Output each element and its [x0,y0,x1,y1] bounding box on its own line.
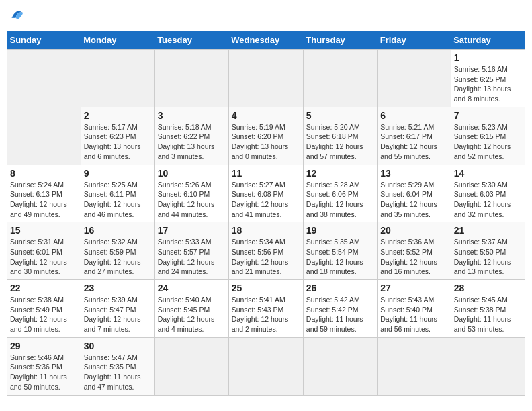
day-number: 1 [454,52,522,63]
day-number: 15 [10,225,78,236]
calendar-cell [378,337,451,395]
day-number: 21 [454,225,522,236]
day-info: Sunrise: 5:27 AMSunset: 6:08 PMDaylight:… [232,180,300,220]
calendar-cell [154,337,228,395]
day-info: Sunrise: 5:25 AMSunset: 6:11 PMDaylight:… [84,180,152,220]
day-number: 7 [454,110,522,121]
calendar-cell [303,50,377,107]
day-info: Sunrise: 5:20 AMSunset: 6:18 PMDaylight:… [306,122,374,162]
calendar-week-row: 15Sunrise: 5:31 AMSunset: 6:01 PMDayligh… [7,222,525,280]
logo-icon [7,7,26,26]
day-number: 8 [10,168,78,179]
calendar-cell: 4Sunrise: 5:19 AMSunset: 6:20 PMDaylight… [228,107,303,165]
day-number: 3 [158,110,226,121]
calendar-cell [7,107,81,165]
day-info: Sunrise: 5:33 AMSunset: 5:57 PMDaylight:… [158,237,226,277]
day-info: Sunrise: 5:34 AMSunset: 5:56 PMDaylight:… [232,237,300,277]
calendar-cell: 28Sunrise: 5:45 AMSunset: 5:38 PMDayligh… [451,280,525,338]
day-number: 27 [380,283,447,293]
day-info: Sunrise: 5:21 AMSunset: 6:17 PMDaylight:… [380,122,447,162]
day-number: 22 [10,283,78,293]
calendar-cell: 21Sunrise: 5:37 AMSunset: 5:50 PMDayligh… [451,222,525,280]
day-info: Sunrise: 5:17 AMSunset: 6:23 PMDaylight:… [84,122,152,162]
calendar-cell [154,50,228,107]
day-info: Sunrise: 5:38 AMSunset: 5:49 PMDaylight:… [10,295,78,334]
calendar-cell: 9Sunrise: 5:25 AMSunset: 6:11 PMDaylight… [81,165,154,222]
calendar-cell [7,50,81,107]
day-number: 4 [232,110,300,121]
day-of-week-header: Saturday [451,31,525,50]
calendar-cell: 10Sunrise: 5:26 AMSunset: 6:10 PMDayligh… [154,165,228,222]
day-info: Sunrise: 5:35 AMSunset: 5:54 PMDaylight:… [306,237,374,277]
calendar-cell: 1Sunrise: 5:16 AMSunset: 6:25 PMDaylight… [451,50,525,107]
calendar-week-row: 1Sunrise: 5:16 AMSunset: 6:25 PMDaylight… [7,50,525,107]
calendar-cell: 15Sunrise: 5:31 AMSunset: 6:01 PMDayligh… [7,222,81,280]
day-of-week-header: Monday [81,31,154,50]
day-number: 5 [306,110,374,121]
logo [7,7,28,26]
day-info: Sunrise: 5:16 AMSunset: 6:25 PMDaylight:… [454,64,522,104]
day-info: Sunrise: 5:42 AMSunset: 5:42 PMDaylight:… [306,295,374,334]
day-info: Sunrise: 5:24 AMSunset: 6:13 PMDaylight:… [10,180,78,220]
day-number: 19 [306,225,374,236]
day-number: 10 [158,168,226,179]
day-info: Sunrise: 5:26 AMSunset: 6:10 PMDaylight:… [158,180,226,220]
day-number: 2 [84,110,152,121]
day-info: Sunrise: 5:40 AMSunset: 5:45 PMDaylight:… [158,295,226,334]
calendar-cell: 18Sunrise: 5:34 AMSunset: 5:56 PMDayligh… [228,222,303,280]
day-info: Sunrise: 5:36 AMSunset: 5:52 PMDaylight:… [380,237,447,277]
calendar-cell [451,337,525,395]
calendar-cell [228,50,303,107]
day-info: Sunrise: 5:43 AMSunset: 5:40 PMDaylight:… [380,295,447,334]
day-info: Sunrise: 5:46 AMSunset: 5:36 PMDaylight:… [10,353,78,392]
calendar-cell: 24Sunrise: 5:40 AMSunset: 5:45 PMDayligh… [154,280,228,338]
calendar-cell: 16Sunrise: 5:32 AMSunset: 5:59 PMDayligh… [81,222,154,280]
calendar-week-row: 8Sunrise: 5:24 AMSunset: 6:13 PMDaylight… [7,165,525,222]
calendar-cell: 20Sunrise: 5:36 AMSunset: 5:52 PMDayligh… [378,222,451,280]
day-number: 13 [380,168,447,179]
calendar-cell [228,337,303,395]
day-of-week-header: Friday [378,31,451,50]
day-info: Sunrise: 5:45 AMSunset: 5:38 PMDaylight:… [454,295,522,334]
day-number: 16 [84,225,152,236]
day-of-week-header: Tuesday [154,31,228,50]
day-info: Sunrise: 5:41 AMSunset: 5:43 PMDaylight:… [232,295,300,334]
day-number: 20 [380,225,447,236]
calendar-cell: 25Sunrise: 5:41 AMSunset: 5:43 PMDayligh… [228,280,303,338]
calendar-week-row: 29Sunrise: 5:46 AMSunset: 5:36 PMDayligh… [7,337,525,395]
day-info: Sunrise: 5:32 AMSunset: 5:59 PMDaylight:… [84,237,152,277]
calendar-cell: 27Sunrise: 5:43 AMSunset: 5:40 PMDayligh… [378,280,451,338]
calendar-header-row: SundayMondayTuesdayWednesdayThursdayFrid… [7,31,525,50]
day-number: 17 [158,225,226,236]
day-number: 9 [84,168,152,179]
calendar-cell: 13Sunrise: 5:29 AMSunset: 6:04 PMDayligh… [378,165,451,222]
calendar-cell: 30Sunrise: 5:47 AMSunset: 5:35 PMDayligh… [81,337,154,395]
day-number: 23 [84,283,152,293]
day-info: Sunrise: 5:31 AMSunset: 6:01 PMDaylight:… [10,237,78,277]
day-info: Sunrise: 5:29 AMSunset: 6:04 PMDaylight:… [380,180,447,220]
day-number: 18 [232,225,300,236]
day-number: 6 [380,110,447,121]
calendar-cell: 14Sunrise: 5:30 AMSunset: 6:03 PMDayligh… [451,165,525,222]
calendar-cell [81,50,154,107]
day-number: 28 [454,283,522,293]
day-number: 24 [158,283,226,293]
calendar-cell: 8Sunrise: 5:24 AMSunset: 6:13 PMDaylight… [7,165,81,222]
day-of-week-header: Thursday [303,31,377,50]
calendar-cell [303,337,377,395]
calendar-cell: 2Sunrise: 5:17 AMSunset: 6:23 PMDaylight… [81,107,154,165]
day-number: 11 [232,168,300,179]
day-info: Sunrise: 5:47 AMSunset: 5:35 PMDaylight:… [84,353,152,392]
day-number: 29 [10,340,78,351]
calendar-cell [378,50,451,107]
day-of-week-header: Sunday [7,31,81,50]
day-number: 14 [454,168,522,179]
day-info: Sunrise: 5:37 AMSunset: 5:50 PMDaylight:… [454,237,522,277]
day-info: Sunrise: 5:28 AMSunset: 6:06 PMDaylight:… [306,180,374,220]
calendar-week-row: 22Sunrise: 5:38 AMSunset: 5:49 PMDayligh… [7,280,525,338]
day-info: Sunrise: 5:39 AMSunset: 5:47 PMDaylight:… [84,295,152,334]
calendar-cell: 29Sunrise: 5:46 AMSunset: 5:36 PMDayligh… [7,337,81,395]
page-header [7,7,525,26]
day-info: Sunrise: 5:30 AMSunset: 6:03 PMDaylight:… [454,180,522,220]
day-number: 12 [306,168,374,179]
